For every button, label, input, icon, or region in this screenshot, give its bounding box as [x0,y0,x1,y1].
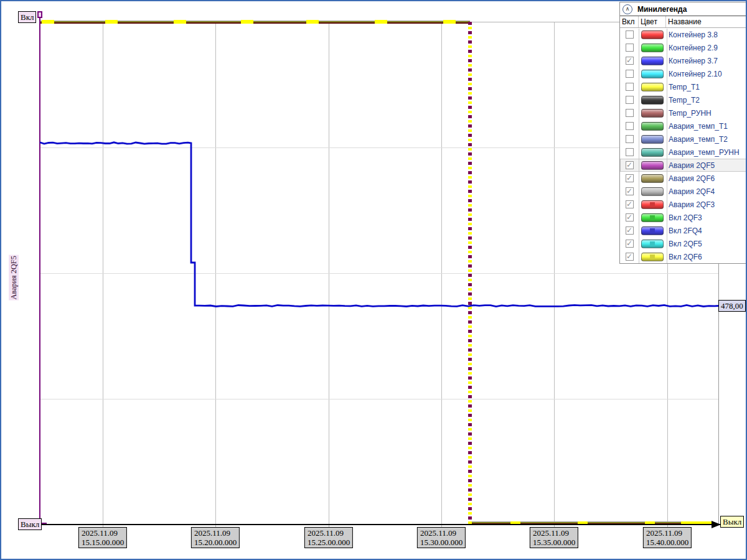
column-header-color: Цвет [639,16,666,27]
legend-item-name: Temp_РУНН [666,109,747,118]
legend-cell-swatch [639,253,666,261]
binary-group-on-line [40,21,470,24]
legend-cell-swatch [639,226,666,235]
legend-color-swatch [641,226,664,235]
legend-checkbox[interactable] [626,44,634,52]
legend-cell-checkbox [620,109,639,117]
legend-item-name: Авария 2QF6 [666,174,747,183]
legend-cell-swatch [639,109,666,118]
legend-checkbox[interactable] [626,83,634,91]
legend-cell-swatch [639,57,666,65]
legend-color-swatch [641,70,664,78]
collapse-button[interactable]: ∧ [622,4,632,14]
legend-item-name: Контейнер 2.9 [666,44,747,52]
legend-checkbox[interactable] [626,148,634,156]
gridline-horizontal [40,147,718,148]
time-label-date: 2025.11.09 [194,528,237,538]
selected-signal-axis-label: Авария 2QF5 [9,255,19,301]
legend-checkbox[interactable] [626,30,634,39]
avariya-2qf5-edge-marker [37,11,42,18]
legend-item-name: Контейнер 3.8 [666,30,747,39]
legend-cell-swatch [639,44,666,52]
time-label-date: 2025.11.09 [420,528,463,538]
avariya-2qf5-edge-line [39,14,40,524]
legend-cell-checkbox: ✓ [620,226,639,235]
legend-item-name: Вкл 2QF6 [666,253,747,261]
time-label-time: 15.40.00.000 [646,538,688,547]
time-label-date: 2025.11.09 [308,528,350,538]
legend-checkbox[interactable]: ✓ [626,240,634,248]
legend-color-swatch [641,109,664,118]
legend-checkbox[interactable]: ✓ [626,253,634,261]
legend-checkbox[interactable] [626,109,634,117]
time-axis-label: 2025.11.0915.30.00.000 [417,527,466,548]
legend-checkbox[interactable]: ✓ [626,187,634,195]
line-end-arrow-icon [712,521,721,528]
legend-cell-checkbox [620,96,639,104]
legend-cell-swatch [639,148,666,157]
legend-checkbox[interactable]: ✓ [626,57,634,65]
time-label-time: 15.20.00.000 [194,538,237,547]
legend-checkbox[interactable] [626,135,634,143]
legend-cell-checkbox [620,44,639,52]
yellow-dash [241,20,253,24]
legend-cell-swatch [639,200,666,209]
legend-checkbox[interactable]: ✓ [626,161,634,169]
minilegend-panel: ∧ Минилегенда Вкл Цвет Название Контейне… [619,2,747,264]
legend-color-swatch [641,57,664,65]
legend-cell-checkbox: ✓ [620,57,639,65]
yellow-dash [443,20,456,24]
legend-cell-checkbox: ✓ [620,213,639,222]
gridline-vertical [554,22,555,528]
legend-marker-square [650,202,655,207]
y-axis-on-label: Вкл [18,11,36,23]
legend-item-name: Вкл 2QF5 [666,240,747,248]
legend-item-name: Авария_темп_РУНН [666,148,747,157]
current-value-label: 478,00 [718,300,746,312]
legend-color-swatch [641,148,664,157]
legend-checkbox[interactable]: ✓ [626,200,634,208]
legend-checkbox[interactable] [626,96,634,104]
legend-item-name: Контейнер 2.10 [666,70,747,78]
time-label-time: 15.30.00.000 [420,538,463,547]
gridline-vertical [441,22,442,528]
legend-cell-swatch [639,135,666,144]
legend-item-name: Авария 2QF4 [666,187,747,196]
legend-cell-checkbox [620,148,639,156]
legend-color-swatch [641,161,664,170]
legend-item-name: Temp_T1 [666,83,747,91]
legend-checkbox[interactable] [626,70,634,78]
current-state-label: Выкл [720,516,744,528]
yellow-dash [306,20,319,24]
gridline-horizontal [40,273,718,274]
legend-cell-swatch [639,161,666,170]
legend-color-swatch [641,44,664,52]
gridline-vertical [215,22,216,528]
legend-checkbox[interactable] [626,122,634,130]
legend-cell-checkbox [620,70,639,78]
konteyner-3-7-line [40,142,718,307]
legend-checkbox[interactable]: ✓ [626,226,634,235]
time-label-date: 2025.11.09 [646,528,688,538]
legend-item-name: Авария 2QF5 [666,161,747,170]
event-cursor-line [468,22,472,525]
time-axis-label: 2025.11.0915.20.00.000 [191,527,240,548]
legend-item-name: Temp_T2 [666,96,747,105]
time-label-date: 2025.11.09 [533,528,575,538]
legend-color-swatch [641,213,664,222]
minilegend-title: Минилегенда [637,2,687,16]
legend-cell-checkbox [620,83,639,91]
legend-item-name: Вкл 2FQ4 [666,226,747,235]
legend-color-swatch [641,174,664,183]
legend-cell-checkbox [620,30,639,39]
legend-checkbox[interactable]: ✓ [626,174,634,182]
legend-checkbox[interactable]: ✓ [626,213,634,222]
y-axis-off-label: Выкл [18,518,42,530]
time-label-time: 15.25.00.000 [308,538,350,547]
legend-cell-checkbox [620,122,639,130]
legend-cell-swatch [639,70,666,78]
legend-cell-swatch [639,122,666,131]
legend-item-name: Вкл 2QF3 [666,213,747,222]
time-axis-label: 2025.11.0915.35.00.000 [530,527,578,548]
yellow-dash [174,20,186,24]
